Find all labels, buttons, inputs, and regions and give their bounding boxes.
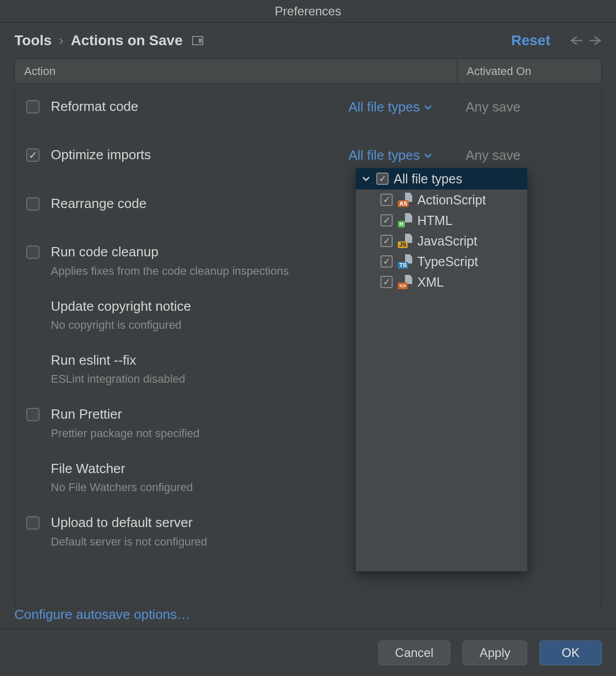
- filetype-icon-actionscript: AS: [398, 194, 412, 206]
- chevron-down-icon: [424, 153, 432, 159]
- filetype-label: TypeScript: [417, 254, 478, 269]
- checkbox-all-filetypes[interactable]: [376, 173, 389, 185]
- popout-icon[interactable]: [191, 35, 204, 46]
- checkbox-optimize[interactable]: [26, 148, 40, 162]
- action-sublabel: Prettier package not specified: [51, 425, 349, 442]
- actions-panel: Action Activated On Reformat code All fi…: [14, 59, 602, 608]
- column-action[interactable]: Action: [15, 59, 457, 83]
- action-label: Update copyright notice: [51, 297, 349, 315]
- filetypes-all-label: All file types: [394, 172, 462, 186]
- action-label: Run Prettier: [51, 405, 349, 423]
- filetypes-dropdown-optimize[interactable]: All file types: [349, 145, 456, 163]
- action-sublabel: Applies fixes from the code cleanup insp…: [51, 262, 349, 279]
- checkbox-html[interactable]: [380, 214, 393, 227]
- dialog-footer: Cancel Apply OK: [0, 629, 616, 676]
- checkbox-actionscript[interactable]: [380, 194, 393, 206]
- action-label: Reformat code: [51, 97, 349, 116]
- breadcrumb-root[interactable]: Tools: [14, 32, 52, 49]
- activated-label: Any save: [456, 145, 601, 163]
- action-label: Run code cleanup: [51, 242, 349, 261]
- breadcrumb-page: Actions on Save: [71, 32, 183, 49]
- filetype-item-html[interactable]: H HTML: [356, 210, 527, 231]
- checkbox-reformat[interactable]: [26, 100, 40, 114]
- action-label: Run eslint --fix: [51, 351, 349, 369]
- checkbox-typescript[interactable]: [380, 255, 393, 268]
- cancel-button[interactable]: Cancel: [378, 641, 451, 665]
- breadcrumb-separator: ›: [59, 32, 64, 49]
- filetype-icon-xml: <>: [398, 276, 412, 288]
- action-label: File Watcher: [51, 459, 349, 478]
- column-activated[interactable]: Activated On: [457, 65, 601, 78]
- action-row-optimize: Optimize imports All file types Any save: [15, 142, 601, 167]
- breadcrumb: Tools › Actions on Save Reset: [0, 23, 616, 59]
- filetypes-popover-header[interactable]: All file types: [356, 168, 527, 190]
- activated-label: Any save: [456, 97, 601, 115]
- chevron-down-icon: [424, 104, 432, 110]
- chevron-down-icon: [362, 176, 370, 182]
- filetypes-popover[interactable]: All file types AS ActionScript H HTML JS…: [356, 168, 527, 571]
- checkbox-cleanup[interactable]: [26, 246, 40, 259]
- filetype-label: HTML: [417, 213, 452, 228]
- apply-button[interactable]: Apply: [463, 641, 527, 665]
- action-row-reformat: Reformat code All file types Any save: [15, 87, 601, 119]
- checkbox-javascript[interactable]: [380, 235, 393, 247]
- filetype-icon-javascript: JS: [398, 235, 412, 247]
- svg-rect-1: [199, 39, 202, 43]
- filetype-item-xml[interactable]: <> XML: [356, 272, 527, 292]
- filetype-label: XML: [417, 275, 444, 290]
- checkbox-xml[interactable]: [380, 276, 393, 288]
- filetype-icon-html: H: [398, 214, 412, 227]
- checkbox-prettier[interactable]: [26, 408, 40, 421]
- back-icon[interactable]: [570, 35, 583, 46]
- action-sublabel: Default server is not configured: [51, 533, 349, 550]
- ok-button[interactable]: OK: [540, 641, 602, 665]
- filetype-item-javascript[interactable]: JS JavaScript: [356, 231, 527, 251]
- window-title: Preferences: [0, 0, 616, 23]
- action-label: Rearrange code: [51, 194, 349, 213]
- filetype-label: JavaScript: [417, 234, 477, 249]
- action-label: Upload to default server: [51, 513, 349, 532]
- column-headers: Action Activated On: [15, 59, 601, 84]
- checkbox-upload[interactable]: [26, 516, 40, 530]
- configure-autosave-link[interactable]: Configure autosave options…: [14, 607, 190, 623]
- filetypes-label: All file types: [349, 99, 420, 115]
- action-sublabel: No File Watchers configured: [51, 479, 349, 496]
- action-sublabel: ESLint integration disabled: [51, 370, 349, 387]
- filetypes-dropdown-reformat[interactable]: All file types: [349, 97, 456, 115]
- filetypes-label: All file types: [349, 147, 420, 163]
- action-sublabel: No copyright is configured: [51, 316, 349, 333]
- filetype-icon-typescript: TS: [398, 255, 412, 268]
- filetype-item-actionscript[interactable]: AS ActionScript: [356, 190, 527, 210]
- forward-icon[interactable]: [588, 35, 602, 46]
- action-label: Optimize imports: [51, 145, 349, 164]
- reset-link[interactable]: Reset: [511, 32, 550, 49]
- checkbox-rearrange[interactable]: [26, 197, 40, 211]
- filetype-label: ActionScript: [417, 193, 486, 208]
- filetype-item-typescript[interactable]: TS TypeScript: [356, 251, 527, 272]
